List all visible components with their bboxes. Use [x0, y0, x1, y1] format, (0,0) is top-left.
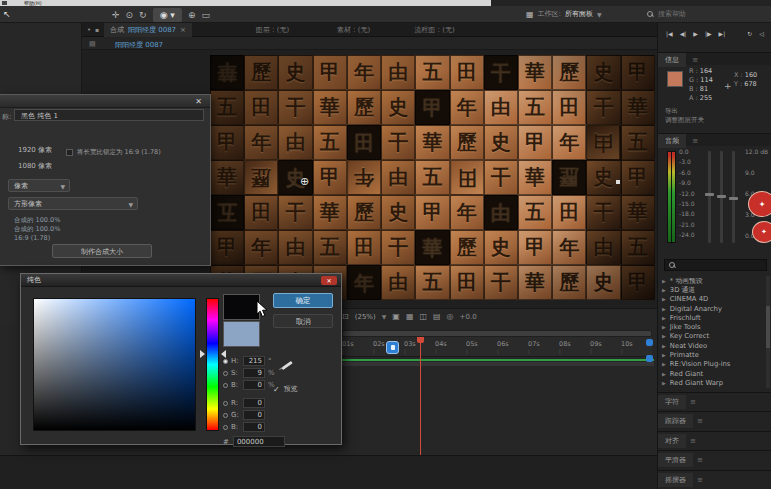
effects-category-3[interactable]: ▶Digital Anarchy — [662, 304, 768, 313]
radio-icon[interactable] — [223, 425, 228, 430]
effects-category-10[interactable]: ▶Red Giant — [662, 369, 768, 378]
layer-handle[interactable] — [616, 180, 620, 184]
blue-field[interactable]: B: 0 — [223, 422, 265, 432]
resolution-icon[interactable]: ◎ — [447, 312, 454, 321]
hand-tool[interactable]: ✛ — [112, 9, 120, 21]
last-frame-button[interactable]: ▶| — [719, 30, 726, 37]
play-button[interactable]: ▶ — [693, 30, 698, 37]
saturation-field[interactable]: S: 9 % — [223, 368, 275, 378]
audio-button[interactable]: ◁ — [759, 30, 764, 37]
collapsed-panel-3[interactable]: 平滑器≡ — [658, 450, 771, 469]
prev-frame-button[interactable]: ◀| — [680, 30, 687, 37]
help-search-box[interactable]: 搜索帮助 — [647, 9, 686, 19]
effects-category-9[interactable]: ▶RE:Vision Plug-ins — [662, 360, 768, 369]
effects-category-11[interactable]: ▶Red Giant Warp — [662, 378, 768, 387]
zoom-tool[interactable]: ⊙ — [126, 9, 134, 21]
audio-level-sliders[interactable] — [708, 151, 742, 243]
lock-aspect-checkbox[interactable]: 将长宽比锁定为 16:9 (1.78) — [66, 148, 161, 157]
navigator-comp-name[interactable]: 阳阳经度 0087 — [115, 40, 163, 50]
effects-scrollbar[interactable] — [766, 276, 770, 388]
hue-field[interactable]: H: 215 ° — [223, 356, 272, 366]
tab-other-2[interactable]: 流程图：(无) — [394, 25, 475, 35]
preview-checkbox[interactable]: ✓ 预览 — [273, 384, 298, 394]
os-menu-item[interactable]: 帮助(H) — [24, 0, 42, 6]
red-field[interactable]: R: 0 — [223, 398, 265, 408]
effects-category-2[interactable]: ▶CINEMA 4D — [662, 295, 768, 304]
selection-tool-icon[interactable]: ↖ — [3, 9, 11, 19]
effects-category-1[interactable]: ▶3D 通道 — [662, 285, 768, 294]
solid-name-input[interactable]: 黑色 纯色 1 — [14, 109, 204, 121]
shape-tool[interactable]: ▭ — [201, 9, 210, 21]
height-value[interactable]: 1080 像素 — [18, 161, 52, 171]
audio-panel-header[interactable]: 音频 ≡ — [658, 133, 771, 146]
effects-category-4[interactable]: ▶Frischluft — [662, 313, 768, 322]
mask-visibility-icon[interactable]: ◫ — [419, 312, 427, 321]
green-field[interactable]: G: 0 — [223, 410, 265, 420]
brightness-field[interactable]: B: 0 % — [223, 380, 275, 390]
collapsed-panel-0[interactable]: 字符≡ — [658, 392, 771, 411]
tab-other-0[interactable]: 图层：(无) — [232, 25, 313, 35]
audio-slider-knob[interactable] — [717, 195, 726, 198]
saturation-brightness-field[interactable] — [33, 298, 196, 431]
eyedropper-icon[interactable] — [279, 358, 295, 374]
composition-marker-icon[interactable] — [386, 341, 399, 354]
radio-icon[interactable] — [223, 359, 228, 364]
audio-slider-knob[interactable] — [705, 193, 714, 196]
hex-field[interactable]: # 000000 — [223, 436, 285, 447]
dialog-titlebar[interactable]: ✕ — [0, 95, 210, 108]
effects-category-7[interactable]: ▶Neat Video — [662, 341, 768, 350]
safe-margins-icon[interactable]: ▣ — [392, 312, 400, 321]
work-area-end-marker[interactable] — [646, 339, 653, 346]
effects-category-6[interactable]: ▶Key Correct — [662, 332, 768, 341]
chevron-down-icon[interactable]: ▼ — [382, 313, 387, 320]
hue-strip[interactable] — [206, 298, 219, 431]
zoom-level[interactable]: (25%) — [355, 313, 376, 321]
hue-slider-arrow[interactable] — [200, 350, 205, 358]
close-icon[interactable]: × — [180, 26, 186, 34]
panel-menu-icon[interactable]: ≡ — [692, 137, 698, 145]
workspace-switcher[interactable]: ▦ 工作区: 所有面板 ▼ — [526, 9, 602, 19]
width-value[interactable]: 1920 像素 — [18, 145, 52, 155]
effects-category-8[interactable]: ▶Primatte — [662, 350, 768, 359]
radio-icon[interactable] — [223, 383, 228, 388]
rotate-tool[interactable]: ↻ — [139, 9, 147, 21]
pixel-aspect-dropdown[interactable]: 方形像素▼ — [8, 197, 138, 210]
effects-category-5[interactable]: ▶Jike Tools — [662, 322, 768, 331]
collapsed-panel-2[interactable]: 对齐≡ — [658, 431, 771, 450]
current-time-indicator[interactable] — [420, 337, 421, 455]
timeline-hscrollbar[interactable] — [342, 362, 654, 366]
make-comp-size-button[interactable]: 制作合成大小 — [52, 244, 152, 258]
info-panel-header[interactable]: 信息 ≡ — [658, 52, 771, 65]
radio-icon[interactable] — [223, 413, 228, 418]
tab-other-1[interactable]: 素材：(无) — [313, 25, 394, 35]
cancel-button[interactable]: 取消 — [273, 314, 333, 328]
collapsed-panel-4[interactable]: 摇摆器≡ — [658, 470, 771, 489]
anchor-point-icon[interactable]: ⊕ — [300, 175, 309, 188]
radio-icon[interactable] — [223, 401, 228, 406]
camera-tool[interactable]: ◉ ▾ — [153, 8, 182, 22]
checkbox-icon[interactable] — [66, 149, 73, 156]
pan-behind-tool[interactable]: ⊕ — [188, 9, 196, 21]
magnify-icon[interactable]: ⊡ — [342, 312, 349, 321]
close-icon[interactable]: ✕ — [195, 97, 202, 106]
dialog-titlebar[interactable]: 纯色 ✕ — [21, 274, 341, 287]
panel-menu-icon[interactable]: ≡ — [692, 56, 698, 64]
first-frame-button[interactable]: |◀ — [666, 30, 673, 37]
next-frame-button[interactable]: |▶ — [705, 30, 712, 37]
effects-category-0[interactable]: ▶* 动画预设 — [662, 276, 768, 285]
audio-slider-knob[interactable] — [729, 197, 738, 200]
channel-icon[interactable]: ▤ — [433, 312, 441, 321]
close-icon[interactable]: ✕ — [321, 276, 337, 285]
collapsed-panel-1[interactable]: 跟踪器≡ — [658, 411, 771, 430]
grid-icon[interactable]: ▦ — [406, 312, 414, 321]
tab-composition[interactable]: 合成 阳阳经度 0087 × — [104, 23, 192, 37]
timeline-end-marker[interactable] — [646, 355, 653, 362]
ok-button[interactable]: 确定 — [273, 293, 333, 308]
loop-button[interactable]: ↻ — [747, 30, 752, 37]
units-dropdown[interactable]: 像素▼ — [8, 179, 70, 192]
exposure-value[interactable]: +0.0 — [460, 313, 477, 321]
effects-search-box[interactable] — [664, 259, 767, 271]
workspace-value[interactable]: 所有面板 — [565, 9, 593, 19]
composition-viewport[interactable]: 華歷史甲年由五田干華歷史甲五田干華歷史甲年由五田干華甲年由五田干華歷史甲年由五華… — [210, 55, 655, 300]
work-area-bar[interactable] — [342, 330, 652, 337]
